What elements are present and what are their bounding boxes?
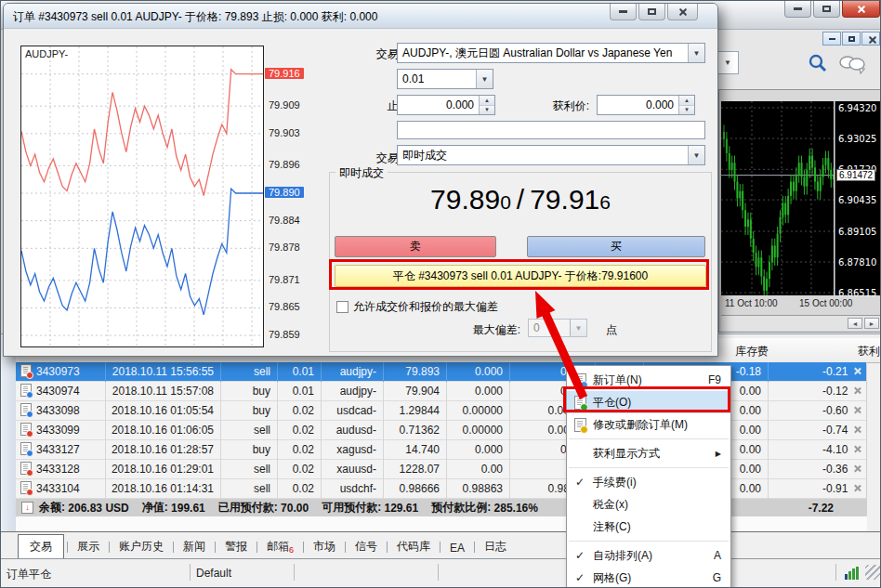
close-trade-icon[interactable] — [853, 484, 861, 492]
max-deviation-select[interactable]: 0 ▼ — [528, 319, 587, 337]
trade-row-3433098[interactable]: 34330982018.10.16 01:05:54buy0.02usdcad-… — [16, 401, 867, 421]
dialog-maximize-button[interactable] — [638, 4, 665, 20]
toolbar-dropdown-stub[interactable]: ▼ — [717, 51, 739, 74]
symbol-select[interactable]: AUDJPY-, 澳元日圆 Australian Dollar vs Japan… — [397, 43, 705, 63]
search-zoom-icon[interactable] — [806, 52, 830, 78]
sl-cell: 0.00 — [447, 460, 510, 479]
comment-input[interactable] — [397, 121, 705, 139]
mdi-restore-icon — [848, 36, 855, 42]
price-scale-label: 6.87810 — [838, 257, 876, 268]
mdi-minimize-button[interactable] — [822, 32, 841, 46]
menu-shortcut: A — [714, 549, 721, 562]
tab-code-base[interactable]: 代码库 — [390, 535, 437, 558]
ask-price: 79.91 — [530, 184, 599, 215]
chart-x-label: 15 Oct 00:00 — [799, 298, 852, 308]
menu-item-new-order[interactable]: 新订单(N)F9 — [567, 369, 730, 391]
minimize-icon — [619, 10, 627, 13]
close-trade-icon[interactable] — [853, 464, 861, 473]
sell-order-icon — [20, 481, 32, 494]
order-cell: 3430974 — [16, 382, 106, 401]
trade-row-3430973[interactable]: 34309732018.10.11 15:56:55sell0.01audjpy… — [16, 362, 867, 382]
tab-separator — [215, 542, 216, 553]
tab-market[interactable]: 市场 — [307, 535, 342, 558]
menu-item-commission[interactable]: ✓手续费(i) — [567, 471, 730, 493]
trade-row-3433128[interactable]: 34331282018.10.16 01:29:01sell0.02xauusd… — [16, 460, 867, 479]
type-cell: buy — [221, 401, 278, 421]
main-minimize-button[interactable] — [784, 1, 811, 18]
market-chart-plot[interactable] — [721, 101, 834, 295]
resize-grip[interactable] — [865, 565, 880, 580]
mdi-close-button[interactable] — [861, 32, 880, 46]
statusbar-profile[interactable]: Default — [196, 567, 231, 580]
close-trade-icon[interactable] — [853, 406, 861, 414]
dialog-close-button[interactable] — [667, 4, 698, 20]
chevron-down-icon[interactable]: ▼ — [688, 44, 704, 62]
price-scale-label: 6.89105 — [838, 227, 876, 237]
trade-row-3433127[interactable]: 34331272018.10.16 01:28:57buy0.02xagusd-… — [16, 440, 867, 460]
close-trade-icon[interactable] — [853, 367, 861, 375]
account-summary-row: ↓ 余额: 206.83 USD 净值: 199.61 已用预付款: 70.00… — [16, 499, 867, 517]
chevron-down-icon[interactable]: ▼ — [476, 70, 493, 88]
statusbar-mode: 订单平仓 — [7, 567, 51, 582]
menu-item-label: 税金(x) — [593, 497, 721, 513]
chart-h-scrollbar[interactable]: ◄ ► — [721, 315, 881, 331]
tab-trade[interactable]: 交易 — [18, 534, 64, 559]
tab-ea[interactable]: EA — [443, 538, 471, 558]
lots-cell: 0.02 — [278, 401, 322, 421]
spin-down-icon[interactable]: ▼ — [679, 106, 694, 115]
max-deviation-checkbox[interactable] — [336, 301, 348, 313]
takeprofit-spinner[interactable]: ▲▼ — [678, 96, 694, 114]
bid-price-last-digit: 0 — [500, 191, 511, 213]
close-position-button[interactable]: 平仓 #3430973 sell 0.01 AUDJPY- 于价格:79.916… — [335, 265, 706, 287]
close-trade-icon[interactable] — [853, 425, 861, 434]
tab-news[interactable]: 新闻 — [177, 535, 212, 558]
context-menu: 新订单(N)F9平仓(O)修改或删除订单(M)获利显示方式▶✓手续费(i)税金(… — [566, 365, 731, 588]
volume-select[interactable]: 0.01 ▼ — [397, 69, 493, 89]
main-maximize-button[interactable] — [813, 1, 840, 18]
sell-button[interactable]: 卖 — [335, 236, 496, 257]
tick-chart-symbol: AUDJPY- — [25, 48, 68, 59]
menu-item-grid[interactable]: ✓网格(G)G — [567, 567, 730, 588]
chevron-down-icon[interactable]: ▼ — [688, 146, 704, 164]
terminal-grip[interactable] — [2, 338, 17, 556]
order-type-select[interactable]: 即时成交 ▼ — [397, 145, 705, 165]
balance-value: 206.83 USD — [68, 502, 128, 515]
tab-journal[interactable]: 日志 — [478, 535, 513, 558]
spin-up-icon[interactable]: ▲ — [679, 96, 694, 106]
trade-row-3433099[interactable]: 34330992018.10.16 01:06:05sell0.02audusd… — [16, 421, 867, 440]
menu-item-auto-arrange[interactable]: ✓自动排列(A)A — [567, 544, 730, 567]
main-close-button[interactable] — [842, 1, 880, 18]
close-trade-icon[interactable] — [853, 445, 861, 453]
trade-row-3430974[interactable]: 34309742018.10.11 15:57:08buy0.01audjpy-… — [16, 382, 867, 401]
mdi-restore-button[interactable] — [842, 32, 861, 46]
sl-cell: 0.98863 — [447, 479, 510, 499]
menu-item-profit-display-mode[interactable]: 获利显示方式▶ — [567, 442, 730, 464]
tab-signals[interactable]: 信号 — [348, 535, 384, 558]
tab-alerts[interactable]: 警报 — [218, 535, 254, 558]
group-label: 即时成交 — [335, 165, 388, 181]
chevron-down-icon: ▼ — [724, 59, 731, 67]
symbol-cell: xagusd- — [322, 440, 384, 460]
dialog-minimize-button[interactable] — [610, 4, 637, 20]
buy-button-label: 买 — [611, 239, 622, 255]
menu-item-close-order[interactable]: 平仓(O) — [567, 391, 730, 413]
tab-mailbox[interactable]: 邮箱6 — [260, 535, 300, 558]
menu-item-taxes[interactable]: 税金(x) — [567, 493, 730, 516]
menu-item-label: 平仓(O) — [593, 395, 721, 411]
sl-cell: 0.00000 — [447, 401, 510, 421]
max-deviation-checkbox-row: 允许成交价和报价的最大偏差 — [336, 299, 498, 315]
tab-exposure[interactable]: 展示 — [71, 535, 106, 558]
chat-icon[interactable] — [837, 54, 867, 78]
column-header-profit[interactable]: 获利 — [769, 344, 881, 359]
buy-button[interactable]: 买 — [527, 236, 705, 257]
close-trade-icon[interactable] — [853, 386, 861, 395]
price-scale-label: 6.86515 — [838, 288, 876, 298]
scroll-right-button[interactable]: ► — [864, 318, 879, 329]
menu-item-comments[interactable]: 注释(C) — [567, 516, 730, 538]
scroll-left-button[interactable]: ◄ — [848, 318, 862, 329]
menu-item-modify-order[interactable]: 修改或删除订单(M) — [567, 413, 730, 436]
tab-account-history[interactable]: 账户历史 — [112, 535, 170, 558]
trade-row-3433104[interactable]: 34331042018.10.16 01:14:31sell0.02usdchf… — [16, 479, 867, 499]
type-cell: sell — [221, 479, 278, 499]
takeprofit-input[interactable]: 0.000 ▲▼ — [597, 95, 695, 115]
